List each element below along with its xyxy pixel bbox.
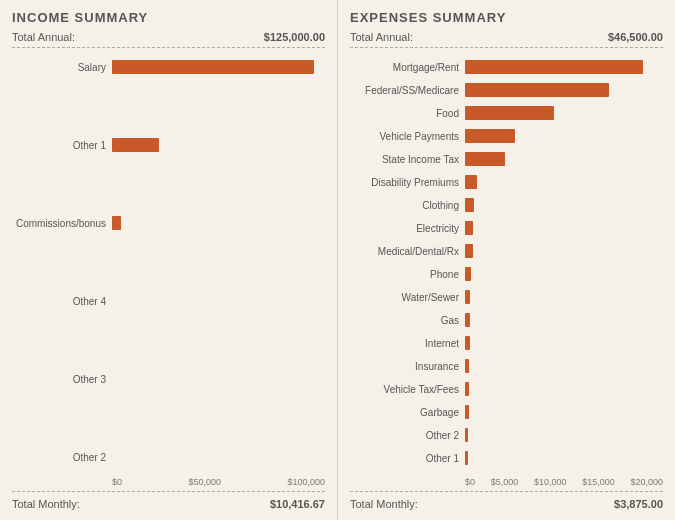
expenses-total-monthly-label: Total Monthly: [350, 498, 418, 510]
income-bar-track [112, 138, 325, 152]
expenses-bar-track [465, 106, 663, 120]
expenses-bar-track [465, 129, 663, 143]
income-bar-label: Commissions/bonus [12, 218, 112, 229]
expenses-chart: Mortgage/RentFederal/SS/MedicareFoodVehi… [350, 56, 663, 473]
income-xaxis-label: $50,000 [188, 477, 221, 487]
expenses-xaxis-label: $5,000 [491, 477, 519, 487]
expenses-bar-track [465, 336, 663, 350]
income-total-monthly: Total Monthly: $10,416.67 [12, 491, 325, 510]
expenses-bar-label: Internet [350, 338, 465, 349]
expenses-bar-label: Vehicle Tax/Fees [350, 384, 465, 395]
income-bar-row: Commissions/bonus [12, 212, 325, 234]
income-bar-row: Other 4 [12, 291, 325, 313]
expenses-bar-fill [465, 267, 471, 281]
income-bar-track [112, 295, 325, 309]
expenses-bar-fill [465, 198, 474, 212]
expenses-bar-track [465, 83, 663, 97]
expenses-bar-track [465, 313, 663, 327]
expenses-bar-fill [465, 313, 470, 327]
expenses-bar-label: Other 2 [350, 430, 465, 441]
expenses-bar-fill [465, 359, 469, 373]
expenses-bar-label: Mortgage/Rent [350, 62, 465, 73]
expenses-bar-row: Internet [350, 332, 663, 354]
expenses-bar-fill [465, 83, 609, 97]
expenses-bar-label: Medical/Dental/Rx [350, 246, 465, 257]
expenses-bar-fill [465, 336, 470, 350]
expenses-xaxis-label: $10,000 [534, 477, 567, 487]
income-total-annual-label: Total Annual: [12, 31, 75, 43]
income-x-axis: $0$50,000$100,000 [112, 473, 325, 487]
expenses-bar-label: Gas [350, 315, 465, 326]
expenses-bar-row: Vehicle Tax/Fees [350, 378, 663, 400]
income-total-monthly-value: $10,416.67 [270, 498, 325, 510]
income-bar-row: Salary [12, 56, 325, 78]
income-bar-label: Other 2 [12, 452, 112, 463]
expenses-bar-row: Water/Sewer [350, 286, 663, 308]
expenses-bar-row: Other 2 [350, 424, 663, 446]
expenses-xaxis-label: $15,000 [582, 477, 615, 487]
income-bar-track [112, 60, 325, 74]
income-total-annual-value: $125,000.00 [264, 31, 325, 43]
expenses-bar-track [465, 175, 663, 189]
income-bar-row: Other 1 [12, 134, 325, 156]
expenses-total-annual-label: Total Annual: [350, 31, 413, 43]
income-panel: INCOME SUMMARY Total Annual: $125,000.00… [0, 0, 338, 520]
expenses-title: EXPENSES SUMMARY [350, 10, 663, 25]
expenses-total-monthly: Total Monthly: $3,875.00 [350, 491, 663, 510]
expenses-bar-fill [465, 428, 468, 442]
expenses-bar-row: Federal/SS/Medicare [350, 79, 663, 101]
expenses-xaxis-label: $0 [465, 477, 475, 487]
expenses-bar-row: Clothing [350, 194, 663, 216]
expenses-bar-track [465, 267, 663, 281]
income-total-annual: Total Annual: $125,000.00 [12, 31, 325, 48]
expenses-bar-track [465, 405, 663, 419]
expenses-bar-track [465, 290, 663, 304]
expenses-bar-row: Disability Premiums [350, 171, 663, 193]
expenses-bar-fill [465, 382, 469, 396]
expenses-bar-fill [465, 175, 477, 189]
expenses-bar-track [465, 198, 663, 212]
expenses-bar-fill [465, 451, 468, 465]
expenses-bar-label: Disability Premiums [350, 177, 465, 188]
income-bar-label: Salary [12, 62, 112, 73]
income-bar-fill [112, 216, 121, 230]
expenses-bar-row: Insurance [350, 355, 663, 377]
expenses-bar-fill [465, 244, 473, 258]
expenses-bar-label: Water/Sewer [350, 292, 465, 303]
income-bar-label: Other 1 [12, 140, 112, 151]
expenses-bar-row: Food [350, 102, 663, 124]
income-bar-label: Other 4 [12, 296, 112, 307]
income-title: INCOME SUMMARY [12, 10, 325, 25]
income-bar-track [112, 451, 325, 465]
expenses-bar-track [465, 428, 663, 442]
expenses-bar-label: Other 1 [350, 453, 465, 464]
expenses-bar-row: Phone [350, 263, 663, 285]
expenses-bar-label: Phone [350, 269, 465, 280]
expenses-bar-track [465, 451, 663, 465]
income-bar-track [112, 216, 325, 230]
expenses-bar-track [465, 60, 663, 74]
expenses-bar-label: State Income Tax [350, 154, 465, 165]
expenses-bar-label: Garbage [350, 407, 465, 418]
expenses-bar-track [465, 221, 663, 235]
expenses-bar-row: State Income Tax [350, 148, 663, 170]
expenses-bar-row: Other 1 [350, 447, 663, 469]
expenses-bar-row: Garbage [350, 401, 663, 423]
expenses-bar-label: Insurance [350, 361, 465, 372]
expenses-bar-row: Gas [350, 309, 663, 331]
income-bar-track [112, 373, 325, 387]
expenses-bar-fill [465, 405, 469, 419]
income-bar-row: Other 2 [12, 447, 325, 469]
expenses-bar-fill [465, 106, 554, 120]
expenses-bar-row: Medical/Dental/Rx [350, 240, 663, 262]
expenses-total-annual: Total Annual: $46,500.00 [350, 31, 663, 48]
expenses-bar-fill [465, 60, 643, 74]
expenses-bar-track [465, 152, 663, 166]
expenses-bar-row: Vehicle Payments [350, 125, 663, 147]
expenses-bar-track [465, 359, 663, 373]
income-bar-label: Other 3 [12, 374, 112, 385]
expenses-bar-fill [465, 152, 505, 166]
expenses-bar-row: Electricity [350, 217, 663, 239]
expenses-bar-label: Electricity [350, 223, 465, 234]
expenses-xaxis-label: $20,000 [630, 477, 663, 487]
